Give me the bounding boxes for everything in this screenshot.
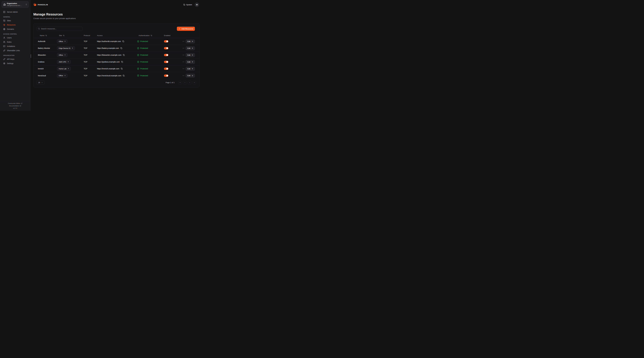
- column-header-protocol: Protocol: [84, 35, 97, 37]
- edit-button[interactable]: Edit: [186, 40, 195, 43]
- table-row: Immich Home Lab TCP https://immich.examp…: [34, 65, 200, 72]
- site-link-button[interactable]: Office: [57, 53, 67, 57]
- row-menu-button[interactable]: [182, 75, 184, 77]
- sidebar-item-users[interactable]: Users: [0, 36, 30, 40]
- search-icon: [38, 28, 40, 30]
- search-input[interactable]: [36, 27, 82, 31]
- column-header-authentication[interactable]: Authentication: [137, 35, 164, 37]
- resource-url: https://authentik.example.com: [97, 40, 121, 42]
- sidebar-item-invitations[interactable]: Invitations: [0, 44, 30, 48]
- ellipsis-icon: [182, 47, 184, 49]
- enabled-toggle[interactable]: [164, 75, 168, 77]
- enabled-toggle[interactable]: [164, 68, 168, 70]
- enabled-toggle[interactable]: [164, 61, 168, 63]
- arrow-right-icon: [192, 41, 193, 42]
- resource-protocol: TCP: [84, 75, 97, 77]
- resource-url: https://bitwarden.example.com: [97, 54, 122, 56]
- ellipsis-icon: [182, 54, 184, 56]
- column-header-site[interactable]: Site: [57, 35, 84, 37]
- sidebar-item-shareable-links[interactable]: Shareable Links: [0, 48, 30, 53]
- sidebar-section-label: ACCESS CONTROL: [3, 33, 30, 35]
- sidebar-item-api-keys[interactable]: API Keys: [0, 57, 30, 61]
- resource-protocol: TCP: [84, 68, 97, 70]
- copy-url-button[interactable]: [120, 47, 122, 49]
- sidebar-section: ACCESS CONTROL Users Roles Invitations S…: [0, 33, 30, 53]
- row-menu-button[interactable]: [182, 47, 184, 49]
- column-header-name[interactable]: Name: [38, 35, 57, 37]
- last-page-button[interactable]: [192, 81, 196, 84]
- edit-button[interactable]: Edit: [186, 67, 195, 71]
- previous-page-button[interactable]: [183, 81, 187, 84]
- copy-url-button[interactable]: [121, 61, 123, 63]
- enabled-toggle[interactable]: [164, 47, 168, 49]
- card-toolbar: Add Resource: [34, 24, 200, 31]
- resource-name: Battery Monitor: [38, 47, 57, 49]
- main-area: PANGOLIN System M Manage Resources Creat…: [30, 0, 202, 111]
- arrow-up-right-icon: [64, 54, 66, 56]
- enabled-toggle[interactable]: [164, 54, 168, 56]
- copy-url-button[interactable]: [121, 68, 122, 70]
- next-page-button[interactable]: [188, 81, 192, 84]
- edit-button[interactable]: Edit: [186, 53, 195, 57]
- first-page-button[interactable]: [178, 81, 182, 84]
- resource-protocol: TCP: [84, 61, 97, 63]
- site-link-button[interactable]: AWS VPC: [57, 60, 70, 64]
- moon-icon: [183, 4, 185, 6]
- sidebar-section-label: GENERAL: [3, 16, 30, 18]
- sort-icon: [63, 35, 64, 36]
- site-link-button[interactable]: Edge Device 01: [57, 46, 75, 50]
- arrow-up-right-icon: [68, 68, 69, 70]
- sidebar-item-resources[interactable]: Resources: [0, 23, 30, 27]
- key-icon: [3, 58, 5, 60]
- sidebar-item-domains[interactable]: Domains: [0, 27, 30, 31]
- site-link-button[interactable]: Home Lab: [57, 67, 71, 71]
- server-icon: [3, 11, 5, 13]
- sidebar-item-server-admin[interactable]: Server Admin: [0, 10, 30, 14]
- shield-check-icon: [137, 54, 139, 56]
- enabled-toggle[interactable]: [164, 40, 168, 43]
- edit-button[interactable]: Edit: [186, 60, 195, 64]
- search-box: [36, 27, 82, 31]
- site-link-button[interactable]: Office: [57, 40, 67, 43]
- arrow-up-right-icon: [64, 75, 66, 76]
- page-subtitle: Create secure proxies to your private ap…: [33, 17, 199, 20]
- user-icon: [3, 37, 5, 39]
- copy-icon: [122, 41, 124, 42]
- arrow-up-right-icon: [64, 41, 66, 42]
- row-menu-button[interactable]: [182, 40, 184, 42]
- org-selector-label: Organization: [7, 3, 17, 5]
- site-link-button[interactable]: Office: [57, 74, 67, 78]
- avatar[interactable]: M: [195, 3, 199, 7]
- brand-name: PANGOLIN: [38, 4, 48, 6]
- copy-url-button[interactable]: [123, 75, 124, 77]
- edit-button[interactable]: Edit: [186, 74, 195, 78]
- copy-icon: [121, 61, 123, 63]
- arrow-up-right-icon: [72, 48, 73, 49]
- table-row: Battery Monitor Edge Device 01 TCP https…: [34, 45, 200, 52]
- auth-status-badge: Protected: [137, 40, 164, 43]
- auth-status-badge: Protected: [137, 68, 164, 70]
- row-menu-button[interactable]: [182, 61, 184, 63]
- sidebar-item-settings[interactable]: Settings: [0, 61, 30, 66]
- shield-check-icon: [137, 47, 139, 49]
- page-size-select[interactable]: 20: [36, 81, 44, 85]
- documentation-link[interactable]: Documentation: [9, 105, 21, 107]
- resources-card: Add Resource Name Site Protocol Access A…: [33, 24, 200, 88]
- theme-toggle-button[interactable]: System: [183, 4, 192, 6]
- org-selector[interactable]: Organization milo@fossorial.io's ...: [2, 1, 28, 8]
- add-resource-button[interactable]: Add Resource: [177, 27, 195, 31]
- sidebar-item-sites[interactable]: Sites: [0, 19, 30, 23]
- copy-url-button[interactable]: [122, 41, 124, 42]
- community-edition-link[interactable]: Community Edition: [8, 103, 22, 104]
- chevron-left-icon: [184, 82, 186, 83]
- sidebar-item-roles[interactable]: Roles: [0, 40, 30, 44]
- edit-button[interactable]: Edit: [186, 46, 195, 50]
- chevron-right-icon: [189, 82, 190, 83]
- resource-name: Grafana: [38, 61, 57, 63]
- table-row: Grafana AWS VPC TCP https://grafana.exam…: [34, 59, 200, 65]
- row-menu-button[interactable]: [182, 68, 184, 70]
- row-menu-button[interactable]: [182, 54, 184, 56]
- copy-url-button[interactable]: [123, 54, 125, 56]
- waypoints-icon: [3, 24, 5, 26]
- auth-status-badge: Protected: [137, 47, 164, 49]
